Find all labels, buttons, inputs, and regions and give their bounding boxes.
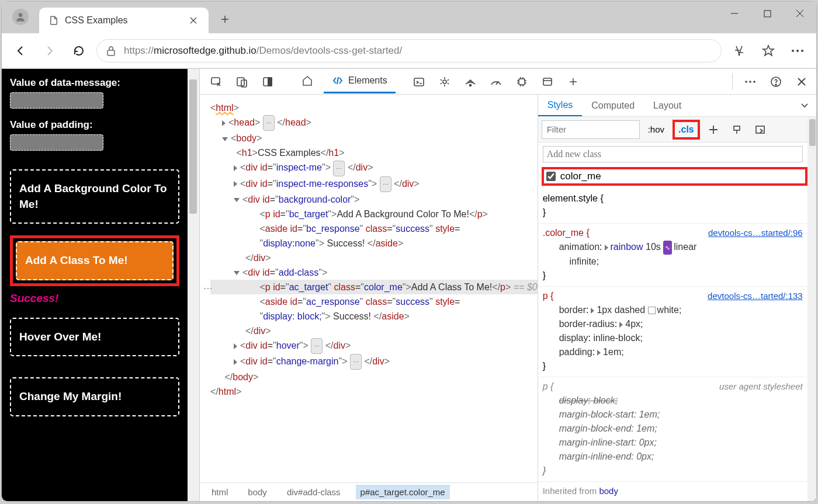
breadcrumb[interactable]: html body div#add-class p#ac_target.colo… [200,482,538,501]
value-box-data-message [10,92,103,109]
browser-tab[interactable]: CSS Examples [39,8,209,33]
svg-rect-19 [414,78,424,86]
svg-point-20 [443,80,446,84]
address-bar: https://microsoftedge.github.io/Demos/de… [2,33,816,68]
elements-tab-label: Elements [348,75,387,86]
svg-point-12 [801,50,803,52]
breadcrumb-item[interactable]: html [207,485,233,499]
more-tabs-button[interactable] [561,70,585,93]
source-link[interactable]: devtools-cs…started/:96 [708,226,803,240]
source-link[interactable]: devtools-cs…tarted/:133 [708,289,803,303]
styles-scrollbar[interactable] [807,117,816,501]
read-aloud-button[interactable] [727,39,751,62]
styles-tab-computed[interactable]: Computed [582,95,644,116]
highlight-add-class: Add A Class To Me! [10,235,179,286]
help-button[interactable] [764,70,788,93]
maximize-button[interactable] [751,2,784,25]
sources-button[interactable] [433,70,456,93]
elements-tab[interactable]: Elements [324,70,396,93]
scrollbar-thumb[interactable] [189,79,197,214]
cls-button[interactable]: .cls [673,120,700,140]
hov-button[interactable]: :hov [643,121,669,138]
dom-pane: <html> <head> ⋯ </head> <body> <h1>CSS E… [200,95,538,501]
color-me-checkbox[interactable] [546,172,556,181]
chevron-down-icon[interactable] [791,95,816,116]
dom-tree[interactable]: <html> <head> ⋯ </head> <body> <h1>CSS E… [200,95,538,482]
new-tab-button[interactable] [213,8,237,31]
rule-p: devtools-cs…tarted/:133 p { border:1px d… [538,287,807,377]
svg-rect-6 [764,11,771,17]
device-toggle-button[interactable] [230,70,254,93]
page-body: Value of data-message: Value of padding:… [2,69,188,501]
styles-tab-styles[interactable]: Styles [538,95,583,116]
svg-rect-36 [734,126,740,130]
memory-button[interactable] [510,70,533,93]
page-scrollbar[interactable] [188,69,199,501]
close-devtools-button[interactable] [790,70,813,93]
svg-point-28 [749,81,751,83]
add-class-box[interactable]: Add A Class To Me! [16,241,174,280]
devtools-menu-button[interactable] [739,70,762,93]
svg-point-27 [745,81,747,83]
inspect-element-button[interactable] [204,70,228,93]
breadcrumb-item-active[interactable]: p#ac_target.color_me [356,485,450,499]
styles-pane: Styles Computed Layout :hov .cls [538,95,816,501]
hover-box[interactable]: Hover Over Me! [10,318,179,357]
computed-toggle-button[interactable] [750,121,770,138]
styles-filter-input[interactable] [542,120,640,139]
minimize-button[interactable] [718,2,751,25]
profile-avatar[interactable] [12,9,29,25]
performance-button[interactable] [484,70,508,93]
styles-tabs: Styles Computed Layout [538,95,816,117]
add-class-input[interactable] [543,146,803,162]
label-padding: Value of padding: [10,119,179,131]
window-controls [718,2,816,25]
styles-toolbar: :hov .cls [538,117,807,142]
breadcrumb-item[interactable]: body [243,485,272,499]
svg-rect-23 [543,78,552,85]
devtools-toolbar: Elements [200,69,816,95]
content-area: Value of data-message: Value of padding:… [2,68,816,501]
new-rule-button[interactable] [703,121,723,138]
svg-rect-22 [519,79,525,85]
menu-button[interactable] [786,39,809,62]
page-pane: Value of data-message: Value of padding:… [2,69,200,501]
rule-element-style: element.style { } [538,189,807,224]
console-button[interactable] [407,70,431,93]
svg-rect-14 [237,78,244,86]
back-button[interactable] [9,39,32,62]
success-text: Success! [10,292,179,305]
add-class-row [538,142,807,166]
page-icon [48,15,59,26]
network-button[interactable] [459,70,482,93]
svg-rect-18 [268,78,272,86]
welcome-tab[interactable] [293,70,321,93]
svg-point-21 [469,84,471,86]
svg-point-11 [796,50,799,52]
tab-title: CSS Examples [65,15,183,26]
class-toggle-color-me[interactable]: color_me [542,167,807,186]
close-icon[interactable] [189,16,198,25]
rule-p-ua: user agent stylesheet p { display: block… [538,377,807,482]
rule-color-me: devtools-cs…started/:96 .color_me { anim… [538,224,807,287]
close-window-button[interactable] [784,2,816,25]
refresh-button[interactable] [67,39,91,62]
label-data-message: Value of data-message: [10,77,179,89]
styles-tab-layout[interactable]: Layout [644,95,691,116]
breadcrumb-item[interactable]: div#add-class [282,485,345,499]
favorite-button[interactable] [757,39,780,62]
lock-icon [106,46,116,56]
style-rules[interactable]: element.style { } devtools-cs…started/:9… [538,189,807,501]
copy-styles-button[interactable] [727,121,747,138]
dock-button[interactable] [256,70,279,93]
devtools-body: <html> <head> ⋯ </head> <body> <h1>CSS E… [200,95,816,501]
value-box-padding [10,134,103,151]
svg-point-0 [19,13,23,17]
svg-rect-9 [108,50,115,55]
application-button[interactable] [536,70,559,93]
url-field[interactable]: https://microsoftedge.github.io/Demos/de… [96,39,722,62]
margin-box[interactable]: Change My Margin! [10,377,179,416]
svg-point-29 [753,81,755,83]
forward-button[interactable] [38,39,61,62]
bg-color-box[interactable]: Add A Background Color To Me! [10,169,179,224]
